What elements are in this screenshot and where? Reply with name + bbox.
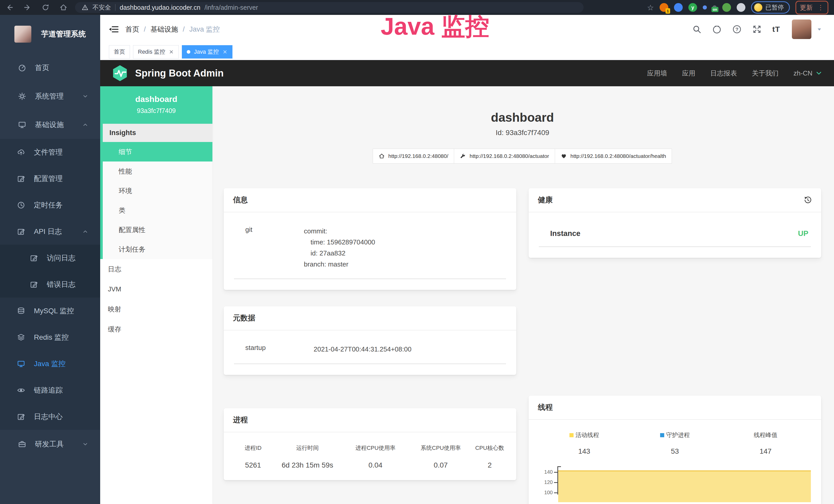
user-avatar[interactable] — [792, 20, 811, 39]
menu-item-mappings[interactable]: 映射 — [100, 299, 213, 319]
sidebar-item-api-logs[interactable]: API 日志 — [0, 218, 100, 245]
sba-nav-journal[interactable]: 日志报表 — [710, 69, 737, 78]
github-icon[interactable] — [712, 25, 722, 34]
extension-icon-green-y[interactable]: y — [688, 3, 697, 12]
extension-icon-blue-grid[interactable] — [703, 5, 707, 9]
home-icon[interactable] — [60, 4, 67, 11]
card-title: 进程 — [233, 415, 248, 425]
extension-icon-blue-drop[interactable] — [674, 3, 683, 12]
endpoint-service-url[interactable]: http://192.168.0.2:48080/ — [373, 148, 454, 164]
sidebar-item-infrastructure[interactable]: 基础设施 — [0, 110, 100, 139]
log-edit-icon — [30, 254, 38, 262]
extension-icon-orange[interactable]: 1 — [660, 3, 668, 12]
legend-daemon-threads: 守护进程 — [660, 431, 690, 439]
wrench-icon — [460, 153, 466, 159]
briefcase-icon — [18, 440, 26, 448]
bookmark-star-icon[interactable]: ☆ — [647, 3, 654, 12]
sidebar-item-file-mgmt[interactable]: 文件管理 — [0, 139, 100, 165]
history-icon[interactable] — [804, 196, 812, 204]
profile-paused-chip[interactable]: 已暂停 — [751, 1, 790, 14]
reload-icon[interactable] — [42, 4, 49, 11]
sidebar-item-log-center[interactable]: 日志中心 — [0, 403, 100, 430]
sidebar-item-error-logs[interactable]: 错误日志 — [0, 271, 100, 298]
metadata-key-startup: startup — [245, 344, 314, 355]
sidebar-item-link-tracing[interactable]: 链路追踪 — [0, 377, 100, 403]
extensions-puzzle-icon[interactable] — [737, 3, 745, 12]
sba-nav-about[interactable]: 关于我们 — [752, 69, 778, 78]
menu-item-metrics[interactable]: 性能 — [103, 161, 213, 181]
breadcrumb-home[interactable]: 首页 — [125, 25, 139, 34]
menu-item-label: 缓存 — [108, 325, 121, 334]
menu-item-classes[interactable]: 类 — [103, 201, 213, 220]
profile-emoji-avatar — [754, 3, 762, 12]
page-instance-id: Id: 93a3fc7f7409 — [224, 129, 821, 137]
edit-icon — [17, 175, 25, 183]
sba-instance-header[interactable]: dashboard 93a3fc7f7409 — [100, 86, 213, 124]
sidebar-item-home[interactable]: 首页 — [0, 53, 100, 82]
menu-item-label: 日志 — [108, 265, 121, 274]
legend-peak-threads: 线程峰值 — [754, 431, 777, 439]
tab-home[interactable]: 首页 — [109, 45, 130, 59]
sidebar-item-label: 基础设施 — [35, 120, 73, 130]
process-value-pid: 5261 — [245, 461, 261, 469]
menu-item-jvm[interactable]: JVM — [100, 279, 213, 299]
sidebar-item-system-mgmt[interactable]: 系统管理 — [0, 82, 100, 110]
spring-boot-admin-logo-icon[interactable] — [111, 65, 128, 82]
sidebar-item-dev-tools[interactable]: 研发工具 — [0, 430, 100, 458]
tab-java-monitor[interactable]: Java 监控 — [182, 45, 233, 59]
sidebar-item-mysql-monitor[interactable]: MySQL 监控 — [0, 298, 100, 324]
sba-nav-wallboard[interactable]: 应用墙 — [647, 69, 667, 78]
sidebar-item-redis-monitor[interactable]: Redis 监控 — [0, 324, 100, 350]
sidebar-item-config-mgmt[interactable]: 配置管理 — [0, 165, 100, 192]
active-tab-dot — [187, 50, 190, 54]
sba-language-select[interactable]: zh-CN — [793, 69, 823, 77]
process-value-uptime: 6d 23h 15m 59s — [282, 461, 333, 469]
back-icon[interactable] — [6, 4, 13, 11]
legend-active-threads: 活动线程 — [569, 431, 599, 439]
sba-nav-applications[interactable]: 应用 — [682, 69, 695, 78]
sidebar-item-java-monitor[interactable]: Java 监控 — [0, 350, 100, 377]
search-icon[interactable] — [692, 25, 701, 34]
insights-section-label: Insights — [103, 124, 213, 142]
forward-icon[interactable] — [24, 4, 31, 11]
endpoint-actuator-url[interactable]: http://192.168.0.2:48080/actuator — [454, 148, 555, 164]
tab-redis-monitor[interactable]: Redis 监控 — [133, 45, 179, 59]
browser-menu-dots-icon[interactable]: ⋮ — [817, 4, 824, 11]
breadcrumb-infrastructure[interactable]: 基础设施 — [151, 25, 178, 34]
menu-item-config-props[interactable]: 配置属性 — [103, 220, 213, 239]
on-badge: on — [711, 7, 719, 12]
monitor-icon — [18, 121, 26, 129]
menu-item-caches[interactable]: 缓存 — [100, 319, 213, 339]
app-logo-row[interactable]: 芋道管理系统 — [0, 15, 100, 53]
address-bar[interactable]: 不安全 dashboard.yudao.iocoder.cn/infra/adm… — [75, 2, 584, 13]
chevron-down-icon — [82, 93, 88, 99]
extension-icon-leaf[interactable] — [722, 3, 731, 12]
info-card: 信息 git commit: time: 1596289704000 id: 2… — [224, 188, 516, 290]
menu-item-label: 配置属性 — [119, 225, 146, 234]
extension-icon-on[interactable]: on — [712, 5, 717, 9]
menu-item-details[interactable]: 细节 — [103, 142, 213, 161]
fullscreen-icon[interactable] — [752, 25, 762, 34]
breadcrumb-separator: / — [144, 25, 146, 33]
menu-item-label: JVM — [108, 285, 121, 293]
collapse-sidebar-icon[interactable] — [108, 24, 119, 35]
monitor-icon — [17, 360, 25, 368]
breadcrumb-current: Java 监控 — [189, 25, 220, 34]
health-card: 健康 Instance UP — [529, 188, 821, 258]
close-icon[interactable] — [169, 49, 174, 54]
url-domain: dashboard.yudao.iocoder.cn — [120, 4, 200, 11]
menu-item-scheduled-tasks[interactable]: 计划任务 — [103, 239, 213, 259]
endpoint-health-url[interactable]: http://192.168.0.2:48080/actuator/health — [555, 148, 672, 164]
font-size-icon[interactable]: tT — [772, 25, 780, 33]
security-label: 不安全 — [92, 3, 111, 12]
sidebar-item-label: 链路追踪 — [34, 385, 88, 395]
menu-item-label: 性能 — [119, 167, 132, 176]
sidebar-item-scheduled-tasks[interactable]: 定时任务 — [0, 192, 100, 218]
menu-item-logs[interactable]: 日志 — [100, 259, 213, 279]
sidebar-item-access-logs[interactable]: 访问日志 — [0, 245, 100, 271]
close-icon[interactable] — [222, 49, 227, 54]
caret-down-icon[interactable] — [816, 26, 823, 32]
menu-item-environment[interactable]: 环境 — [103, 181, 213, 201]
browser-update-button[interactable]: 更新 ⋮ — [795, 1, 828, 15]
help-icon[interactable] — [732, 25, 742, 34]
